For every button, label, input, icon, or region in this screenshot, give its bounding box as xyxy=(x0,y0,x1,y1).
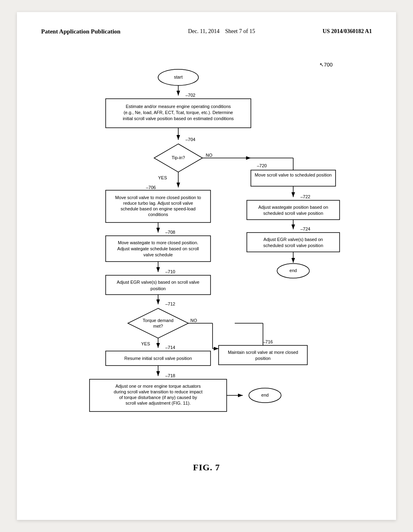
box-722-text2: scheduled scroll valve position xyxy=(263,211,323,216)
no-label-712: NO xyxy=(190,318,197,323)
box-724-text2: scheduled scroll valve position xyxy=(263,243,323,248)
box-706-text4: conditions xyxy=(148,212,168,217)
box-718-text3: of torque disturbance (if any) caused by xyxy=(119,395,197,400)
box-718-text4: scroll valve adjustment (FIG. 11). xyxy=(125,401,190,405)
page: Patent Application Publication Dec. 11, … xyxy=(17,12,396,520)
label-708: –708 xyxy=(165,230,175,235)
label-706: –706 xyxy=(146,185,156,190)
start-label: start xyxy=(174,75,182,79)
box-702-text2: (e.g., Ne, load, AFR, ECT, Tcat, torque,… xyxy=(123,110,233,115)
label-722: –722 xyxy=(300,194,310,199)
diamond-712-text2: met? xyxy=(153,324,163,328)
patent-number: US 2014/0360182 A1 xyxy=(323,28,372,35)
end-label-1: end xyxy=(290,268,297,273)
publication-label: Patent Application Publication xyxy=(41,28,121,35)
diamond-704-text: Tip-in? xyxy=(171,155,185,160)
label-720: –720 xyxy=(257,163,267,168)
box-708-text1: Move wastegate to more closed position. xyxy=(118,240,198,245)
box-702-text3: initial scroll valve position based on e… xyxy=(123,116,234,121)
box-702-text1: Estimate and/or measure engine operating… xyxy=(126,104,231,109)
date: Dec. 11, 2014 xyxy=(188,28,219,34)
box-708-text3: valve schedule xyxy=(144,252,173,257)
label-718: –718 xyxy=(165,373,175,378)
box-722-text1: Adjust wastegate position based on xyxy=(258,205,328,210)
yes-label-704: YES xyxy=(158,175,167,180)
box-710-text2: position xyxy=(150,286,166,291)
diamond-712-text1: Torque demand xyxy=(143,318,173,323)
box-718-text2: during scroll valve transition to reduce… xyxy=(114,389,202,394)
figure-label: FIG. 7 xyxy=(193,462,220,473)
flowchart: ↖700 start –702 Estimate and/or measure … xyxy=(65,55,348,450)
date-sheet: Dec. 11, 2014 Sheet 7 of 15 xyxy=(188,28,255,35)
label-704: –704 xyxy=(186,137,195,142)
box-708-text2: Adjust wategate schedule based on scroll xyxy=(117,246,199,251)
end-label-2: end xyxy=(261,393,269,397)
page-header: Patent Application Publication Dec. 11, … xyxy=(41,28,372,35)
box-716-text2: position xyxy=(255,356,271,361)
box-716 xyxy=(219,345,307,365)
label-724: –724 xyxy=(300,227,310,231)
yes-label-712: YES xyxy=(141,341,150,346)
box-710-text1: Adjust EGR valve(s) based on scroll valv… xyxy=(117,280,200,285)
figure-number: ↖700 xyxy=(319,62,333,68)
box-724-text1: Adjust EGR valve(s) based on xyxy=(263,237,323,242)
label-712: –712 xyxy=(165,301,175,306)
box-706-text3: schedule based on engine speed-load xyxy=(121,206,196,211)
box-706-text1: Move scroll valve to more closed positio… xyxy=(115,195,201,200)
box-710 xyxy=(106,275,211,295)
box-706-text2: reduce turbo lag. Adjust scroll valve xyxy=(123,201,193,206)
sheet: Sheet 7 of 15 xyxy=(225,28,255,34)
diagram-container: ↖700 start –702 Estimate and/or measure … xyxy=(41,51,372,473)
box-720-text1: Move scroll valve to scheduled position xyxy=(255,172,332,177)
box-718-text1: Adjust one or more engine torque actuato… xyxy=(115,384,201,389)
label-702: –702 xyxy=(186,93,195,98)
box-724 xyxy=(247,233,340,252)
label-710: –710 xyxy=(165,269,175,274)
box-714-text: Resume initial scroll valve position xyxy=(124,356,192,361)
label-716: –716 xyxy=(263,339,273,344)
box-716-text1: Maintain scroll valve at more closed xyxy=(228,350,298,355)
label-714: –714 xyxy=(165,345,175,350)
no-label-704: NO xyxy=(206,153,213,158)
box-722 xyxy=(247,200,340,220)
